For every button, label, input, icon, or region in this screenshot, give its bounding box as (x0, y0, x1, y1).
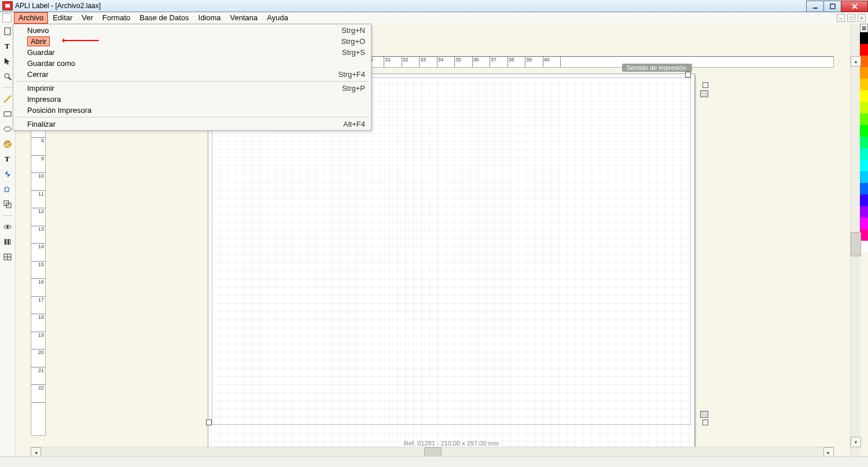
menu-item-finalizar[interactable]: FinalizarAlt+F4 (13, 119, 371, 130)
color-swatch[interactable] (860, 218, 868, 229)
menu-item-posición-impresora[interactable]: Posición Impresora (13, 105, 371, 116)
svg-point-12 (5, 142, 6, 144)
color-swatch[interactable] (860, 171, 868, 183)
svg-line-7 (9, 78, 11, 80)
svg-rect-4 (5, 28, 10, 35)
mdi-icon[interactable] (2, 13, 12, 23)
resize-handle[interactable] (206, 420, 212, 425)
archivo-menu: NuevoStrg+NAbrirStrg+OGuardarStrg+SGuard… (13, 24, 372, 131)
menu-ver[interactable]: Ver (77, 12, 98, 24)
menu-formato[interactable]: Formato (98, 12, 135, 24)
print-margin-icon[interactable] (700, 411, 708, 418)
svg-text:T: T (5, 155, 10, 163)
resize-handle[interactable] (703, 82, 708, 88)
color-swatch[interactable] (860, 56, 868, 67)
tool-text[interactable]: T (2, 41, 13, 52)
color-swatch[interactable] (860, 32, 868, 44)
mdi-close-button[interactable]: × (858, 14, 866, 22)
color-swatch[interactable] (860, 206, 868, 218)
menu-separator (16, 117, 369, 117)
resize-handle[interactable] (685, 72, 691, 78)
tool-table[interactable] (2, 252, 13, 262)
toolbox-separator (2, 87, 13, 88)
menu-ventana[interactable]: Ventana (226, 12, 263, 24)
color-swatch[interactable] (860, 79, 868, 90)
page[interactable]: Sentido de impresión Ref. 01281 - 210,00… (208, 73, 695, 455)
menu-archivo[interactable]: Archivo (14, 12, 48, 24)
menu-item-guardar[interactable]: GuardarStrg+S (13, 47, 371, 58)
vertical-scrollbar[interactable]: ▲ ▼ (850, 24, 860, 457)
tool-line[interactable] (2, 94, 13, 104)
menu-item-guardar-como[interactable]: Guardar como (13, 58, 371, 69)
svg-point-13 (8, 142, 9, 143)
tool-omega[interactable]: Ω (2, 184, 13, 194)
tool-text2[interactable]: T (2, 154, 13, 164)
tool-pointer[interactable] (2, 56, 13, 67)
resize-handle[interactable] (703, 420, 708, 425)
tool-eye[interactable] (2, 222, 13, 232)
scroll-thumb[interactable] (851, 232, 861, 256)
color-swatch[interactable] (860, 160, 868, 171)
svg-line-8 (4, 95, 11, 102)
status-bar (0, 456, 868, 467)
svg-point-10 (4, 127, 11, 131)
menu-item-cerrar[interactable]: CerrarStrg+F4 (13, 69, 371, 80)
tool-palette[interactable] (2, 139, 13, 149)
color-swatch[interactable] (860, 229, 868, 241)
close-button[interactable] (841, 1, 868, 12)
svg-point-6 (5, 73, 9, 78)
svg-point-14 (9, 144, 10, 145)
menu-idioma[interactable]: Idioma (194, 12, 226, 24)
svg-rect-1 (830, 4, 835, 9)
color-swatch[interactable] (860, 67, 868, 79)
menu-base-de-datos[interactable]: Base de Datos (135, 12, 193, 24)
tool-ellipse[interactable] (2, 124, 13, 134)
annotation-arrow (64, 40, 99, 41)
maximize-button[interactable] (823, 1, 841, 12)
window-title: APLI Label - [Archivo2.laax] (15, 2, 101, 10)
title-bar: APLI Label - [Archivo2.laax] (0, 0, 868, 12)
menu-item-abrir[interactable]: AbrirStrg+O (13, 36, 371, 47)
color-swatch[interactable] (860, 125, 868, 137)
color-swatch[interactable] (860, 113, 868, 125)
tool-mirror[interactable] (2, 169, 13, 179)
menu-item-impresora[interactable]: Impresora (13, 94, 371, 105)
mdi-minimize-button[interactable]: – (837, 14, 845, 22)
scroll-up-button[interactable]: ▲ (851, 56, 861, 67)
tool-barcode[interactable] (2, 237, 13, 247)
scroll-down-button[interactable]: ▼ (851, 437, 861, 447)
color-swatch[interactable] (860, 90, 868, 102)
color-swatch[interactable] (860, 241, 868, 252)
tool-rect[interactable] (2, 109, 13, 119)
color-swatch[interactable] (860, 102, 868, 113)
menu-bar: ArchivoEditarVerFormatoBase de DatosIdio… (0, 12, 868, 24)
horizontal-scrollbar[interactable]: ◄ ► (31, 447, 834, 457)
menu-item-nuevo[interactable]: NuevoStrg+N (13, 25, 371, 36)
tool-zoom[interactable] (2, 71, 13, 82)
print-direction-label: Sentido de impresión (622, 64, 692, 72)
no-color-button[interactable]: ⊠ (860, 24, 868, 32)
mdi-restore-button[interactable]: □ (847, 14, 855, 22)
svg-text:Ω: Ω (4, 185, 10, 194)
window-controls (807, 1, 868, 12)
tool-page[interactable] (2, 26, 13, 36)
page-footer: Ref. 01281 - 210,00 x 297,00 mm (208, 440, 694, 447)
color-swatch[interactable] (860, 137, 868, 148)
svg-point-11 (4, 141, 11, 148)
menu-ayuda[interactable]: Ayuda (262, 12, 293, 24)
color-swatch[interactable] (860, 194, 868, 206)
minimize-button[interactable] (806, 1, 824, 12)
tool-group[interactable] (2, 199, 13, 209)
menu-item-imprimir[interactable]: ImprimirStrg+P (13, 83, 371, 94)
color-swatch[interactable] (860, 183, 868, 194)
svg-text:T: T (5, 42, 10, 50)
svg-point-20 (6, 226, 9, 228)
app-icon (2, 1, 13, 10)
color-swatch[interactable] (860, 148, 868, 160)
svg-rect-9 (4, 112, 11, 116)
menu-editar[interactable]: Editar (48, 12, 77, 24)
color-swatch[interactable] (860, 44, 868, 56)
color-palette: ⊠ (860, 24, 868, 457)
toolbox-separator (2, 215, 13, 216)
print-margin-icon[interactable] (700, 90, 708, 97)
